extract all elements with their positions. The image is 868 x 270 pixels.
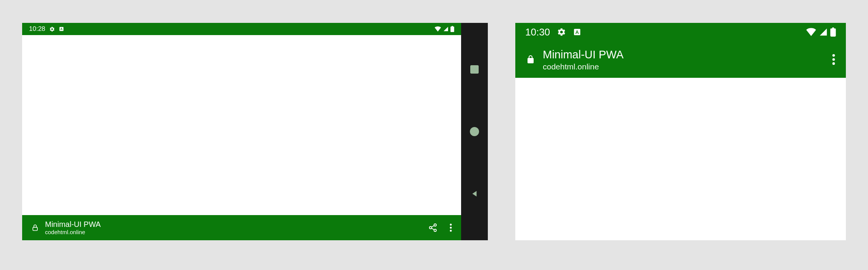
svg-rect-2 [450, 27, 454, 32]
gear-icon [49, 26, 55, 32]
app-bar-actions [428, 223, 452, 232]
status-time: 10:28 [29, 25, 45, 33]
more-icon[interactable] [832, 53, 835, 66]
svg-point-18 [833, 58, 835, 61]
back-button[interactable] [469, 188, 480, 199]
app-bar-text: Minimal-UI PWA codehtml.online [543, 48, 832, 72]
recents-button[interactable] [469, 64, 480, 75]
svg-point-6 [429, 227, 432, 229]
app-bar-actions [832, 53, 835, 66]
app-bar-text: Minimal-UI PWA codehtml.online [45, 220, 428, 236]
status-bar: 10:30 A [515, 23, 846, 41]
share-icon[interactable] [428, 223, 437, 232]
svg-line-8 [432, 226, 434, 227]
device-landscape: 10:28 A [22, 23, 488, 240]
status-bar-left: 10:30 A [525, 26, 581, 38]
navigation-bar [461, 23, 488, 240]
svg-text:A: A [575, 29, 579, 35]
wifi-icon [434, 26, 441, 32]
home-button[interactable] [469, 126, 480, 137]
battery-icon [830, 27, 836, 37]
svg-rect-4 [33, 227, 37, 230]
app-bar: Minimal-UI PWA codehtml.online [22, 215, 461, 240]
signal-icon [443, 26, 449, 32]
battery-icon [450, 26, 454, 32]
svg-point-12 [450, 230, 452, 232]
wifi-icon [806, 28, 816, 36]
device-landscape-screen: 10:28 A [22, 23, 461, 240]
app-title: Minimal-UI PWA [45, 220, 428, 229]
app-domain: codehtml.online [543, 62, 832, 71]
lock-icon [526, 54, 535, 65]
status-time: 10:30 [525, 26, 550, 38]
app-bar: Minimal-UI PWA codehtml.online [515, 41, 846, 78]
status-bar: 10:28 A [22, 23, 461, 35]
svg-point-19 [833, 62, 835, 65]
status-bar-right [806, 27, 836, 37]
more-icon[interactable] [450, 223, 452, 232]
badge-icon: A [573, 28, 581, 36]
device-portrait: 10:30 A Minimal-UI PWA co [515, 23, 846, 240]
app-domain: codehtml.online [45, 229, 428, 236]
lock-icon [31, 223, 39, 232]
svg-rect-16 [832, 27, 834, 29]
svg-line-9 [432, 228, 434, 230]
svg-rect-15 [830, 28, 836, 37]
svg-point-5 [434, 224, 436, 226]
badge-icon: A [59, 26, 64, 32]
svg-rect-3 [452, 26, 453, 27]
svg-text:A: A [60, 27, 63, 31]
svg-point-17 [833, 54, 835, 57]
svg-point-11 [450, 227, 452, 229]
gear-icon [557, 27, 566, 37]
svg-point-7 [434, 229, 436, 231]
signal-icon [819, 28, 828, 36]
status-bar-left: 10:28 A [29, 25, 64, 33]
content-area [22, 35, 461, 215]
content-area [515, 78, 846, 240]
status-bar-right [434, 26, 454, 32]
svg-point-10 [450, 224, 452, 226]
app-title: Minimal-UI PWA [543, 48, 832, 62]
